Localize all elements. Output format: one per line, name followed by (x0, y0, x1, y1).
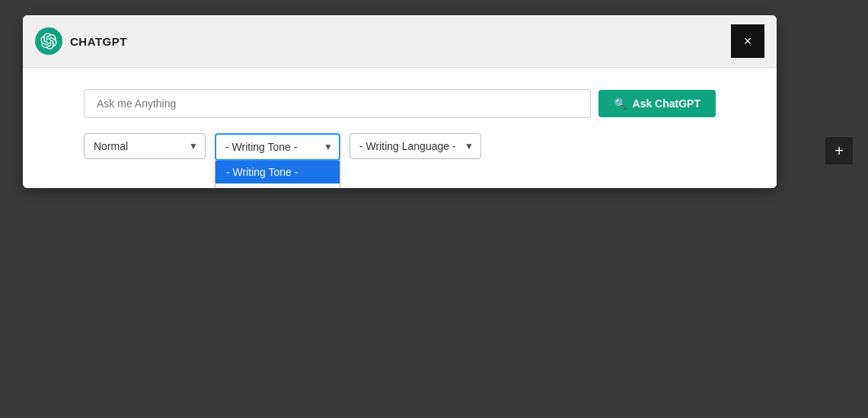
modal-container: CHATGPT × 🔍 Ask ChatGPT Normal ▼ (23, 15, 777, 188)
search-icon: 🔍 (614, 97, 627, 110)
close-button[interactable]: × (731, 24, 764, 58)
header-title: CHATGPT (70, 35, 127, 48)
writing-language-dropdown[interactable]: - Writing Language - (349, 133, 481, 159)
ask-chatgpt-button[interactable]: 🔍 Ask ChatGPT (598, 90, 716, 117)
writing-tone-dropdown: - Writing Tone - ▼ - Writing Tone - Asse… (215, 133, 340, 161)
tone-option-assertive[interactable]: Assertive (215, 183, 340, 188)
writing-tone-label: - Writing Tone - (225, 141, 297, 153)
writing-language-dropdown-wrapper: - Writing Language - ▼ (349, 133, 481, 159)
ask-button-label: Ask ChatGPT (633, 97, 700, 110)
plus-button[interactable]: + (825, 137, 853, 164)
writing-tone-button[interactable]: - Writing Tone - (215, 133, 340, 161)
modal-header: CHATGPT × (23, 15, 777, 68)
dropdowns-row: Normal ▼ - Writing Tone - ▼ - Writing To… (84, 133, 716, 161)
normal-dropdown-wrapper: Normal ▼ (84, 133, 206, 159)
writing-tone-btn-wrapper: - Writing Tone - ▼ (215, 133, 340, 161)
normal-dropdown[interactable]: Normal (84, 133, 206, 159)
chatgpt-logo (35, 27, 62, 55)
modal-body: 🔍 Ask ChatGPT Normal ▼ - Writing Tone - … (23, 68, 777, 188)
writing-tone-menu: - Writing Tone - Assertive Cooperative C… (215, 161, 340, 188)
search-input[interactable] (84, 89, 591, 118)
search-row: 🔍 Ask ChatGPT (84, 89, 716, 118)
header-left: CHATGPT (35, 27, 127, 55)
tone-option-writing-tone[interactable]: - Writing Tone - (215, 161, 340, 183)
chatgpt-icon (40, 33, 57, 49)
